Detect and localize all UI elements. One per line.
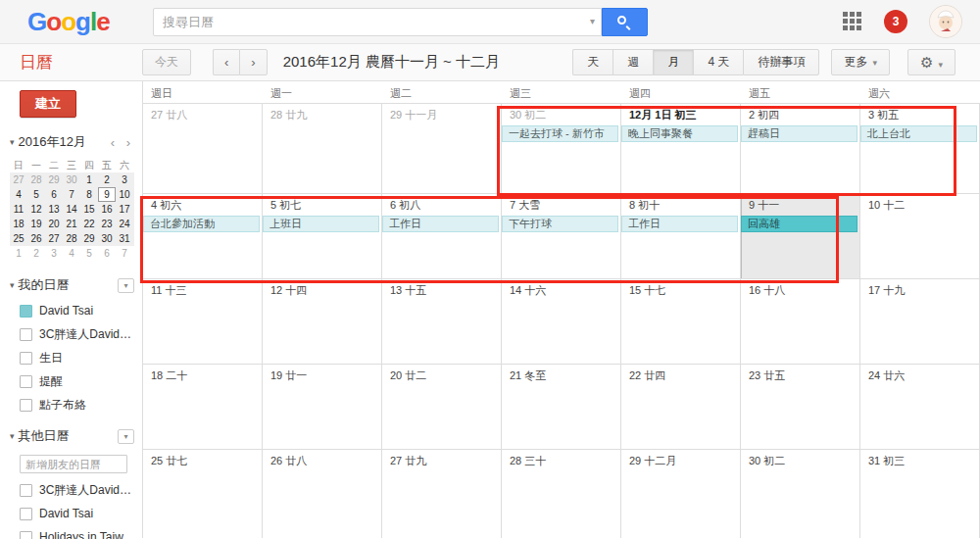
calendar-checkbox[interactable] xyxy=(20,508,32,520)
calendar-day-cell[interactable]: 30 初二一起去打球 - 新竹市 xyxy=(502,104,621,193)
apps-grid-icon[interactable] xyxy=(843,12,862,31)
calendar-day-cell[interactable]: 27 廿八 xyxy=(143,104,263,193)
search-button[interactable] xyxy=(602,8,648,36)
calendar-list-item[interactable]: Holidays in Taiwan xyxy=(20,530,136,539)
mini-day[interactable]: 27 xyxy=(45,231,63,246)
calendar-day-cell[interactable]: 29 十二月 xyxy=(621,450,741,538)
calendar-list-item[interactable]: David Tsai xyxy=(20,304,136,318)
calendar-checkbox[interactable] xyxy=(20,375,32,388)
mini-day[interactable]: 28 xyxy=(27,172,45,187)
mini-day[interactable]: 7 xyxy=(116,246,133,261)
event-chip[interactable]: 趕稿日 xyxy=(741,125,858,142)
search-input[interactable] xyxy=(153,8,602,36)
calendar-day-cell[interactable]: 12 十四 xyxy=(263,279,382,364)
mini-day[interactable]: 10 xyxy=(116,187,133,202)
calendar-day-cell[interactable]: 20 廿二 xyxy=(382,365,502,449)
calendar-checkbox[interactable] xyxy=(20,305,32,318)
mini-day-today[interactable]: 9 xyxy=(98,187,116,202)
today-button[interactable]: 今天 xyxy=(142,49,191,75)
calendar-checkbox[interactable] xyxy=(20,531,32,539)
mini-day[interactable]: 16 xyxy=(98,202,116,217)
mini-next-button[interactable]: › xyxy=(122,135,134,150)
event-chip[interactable]: 工作日 xyxy=(621,216,738,232)
event-chip[interactable]: 北上台北 xyxy=(860,125,977,142)
calendar-day-cell[interactable]: 22 廿四 xyxy=(621,365,741,449)
notifications-badge[interactable]: 3 xyxy=(884,10,907,33)
calendar-day-cell[interactable]: 24 廿六 xyxy=(860,365,980,449)
calendar-day-cell[interactable]: 8 初十工作日 xyxy=(621,194,741,278)
mini-day[interactable]: 4 xyxy=(63,246,80,261)
calendar-day-cell[interactable]: 2 初四趕稿日 xyxy=(741,104,860,193)
calendar-list-item[interactable]: 3C胖達人David~雄... xyxy=(20,327,136,341)
calendar-day-cell[interactable]: 18 二十 xyxy=(143,365,263,449)
view-tab-3[interactable]: 4 天 xyxy=(693,49,743,75)
event-chip[interactable]: 下午打球 xyxy=(502,216,618,232)
collapse-arrow-icon[interactable]: ▾ xyxy=(10,431,15,441)
mini-day[interactable]: 2 xyxy=(98,172,116,187)
calendar-day-cell[interactable]: 5 初七上班日 xyxy=(263,194,382,278)
add-friend-calendar-input[interactable] xyxy=(20,455,127,473)
more-button[interactable]: 更多▾ xyxy=(831,49,890,75)
mini-day[interactable]: 4 xyxy=(10,187,27,202)
calendar-day-cell[interactable]: 17 十九 xyxy=(860,279,980,364)
mini-day[interactable]: 11 xyxy=(10,202,27,217)
mini-day[interactable]: 18 xyxy=(10,217,27,231)
calendar-day-cell[interactable]: 6 初八工作日 xyxy=(382,194,502,278)
event-chip[interactable]: 台北參加活動 xyxy=(143,216,260,232)
mini-day[interactable]: 30 xyxy=(63,172,80,187)
calendar-day-cell[interactable]: 31 初三 xyxy=(860,450,980,538)
mini-day[interactable]: 15 xyxy=(80,202,98,217)
calendar-day-cell[interactable]: 28 廿九 xyxy=(263,104,382,193)
mini-day[interactable]: 12 xyxy=(27,202,45,217)
event-chip[interactable]: 晚上同事聚餐 xyxy=(621,125,738,142)
mini-day[interactable]: 20 xyxy=(45,217,63,231)
mini-day[interactable]: 7 xyxy=(63,187,80,202)
calendar-list-item[interactable]: 點子布絡 xyxy=(20,398,136,412)
view-tab-0[interactable]: 天 xyxy=(572,49,612,75)
view-tab-1[interactable]: 週 xyxy=(612,49,653,75)
mini-day[interactable]: 19 xyxy=(27,217,45,231)
event-chip[interactable]: 工作日 xyxy=(382,216,499,232)
event-chip[interactable]: 回高雄 xyxy=(741,216,858,232)
mini-day[interactable]: 1 xyxy=(80,172,98,187)
mini-day[interactable]: 3 xyxy=(116,172,133,187)
next-button[interactable]: › xyxy=(239,49,267,75)
mini-day[interactable]: 3 xyxy=(45,246,63,261)
calendar-checkbox[interactable] xyxy=(20,328,32,341)
mini-day[interactable]: 14 xyxy=(63,202,80,217)
calendar-day-cell[interactable]: 12月 1日 初三晚上同事聚餐 xyxy=(621,104,741,193)
calendar-day-cell[interactable]: 4 初六台北參加活動 xyxy=(143,194,263,278)
mini-day[interactable]: 1 xyxy=(10,246,27,261)
collapse-arrow-icon[interactable]: ▾ xyxy=(10,137,15,147)
mini-day[interactable]: 28 xyxy=(63,231,80,246)
user-avatar[interactable] xyxy=(929,5,962,38)
mini-day[interactable]: 31 xyxy=(116,231,133,246)
google-logo[interactable]: Google xyxy=(27,7,143,37)
calendar-checkbox[interactable] xyxy=(20,399,32,412)
calendar-list-item[interactable]: 3C胖達人David的日曆 xyxy=(20,483,136,497)
mini-day[interactable]: 26 xyxy=(27,231,45,246)
calendar-day-cell[interactable]: 15 十七 xyxy=(621,279,741,364)
calendar-day-cell[interactable]: 16 十八 xyxy=(741,279,860,364)
mini-day[interactable]: 27 xyxy=(10,172,27,187)
calendar-day-cell[interactable]: 28 三十 xyxy=(502,450,621,538)
mini-day[interactable]: 24 xyxy=(116,217,133,231)
view-tab-4[interactable]: 待辦事項 xyxy=(743,49,819,75)
calendar-day-cell[interactable]: 3 初五北上台北 xyxy=(860,104,980,193)
calendar-list-item[interactable]: 生日 xyxy=(20,351,136,365)
mini-day[interactable]: 5 xyxy=(80,246,98,261)
calendar-day-cell[interactable]: 11 十三 xyxy=(143,279,263,364)
create-button[interactable]: 建立 xyxy=(20,90,76,118)
mini-day[interactable]: 6 xyxy=(98,246,116,261)
calendar-list-item[interactable]: 提醒 xyxy=(20,374,136,388)
calendar-day-cell[interactable]: 13 十五 xyxy=(382,279,502,364)
mini-day[interactable]: 17 xyxy=(116,202,133,217)
mini-day[interactable]: 25 xyxy=(10,231,27,246)
event-chip[interactable]: 一起去打球 - 新竹市 xyxy=(502,125,618,142)
mini-day[interactable]: 29 xyxy=(45,172,63,187)
mini-day[interactable]: 21 xyxy=(63,217,80,231)
mini-day[interactable]: 13 xyxy=(45,202,63,217)
calendar-day-cell[interactable]: 7 大雪下午打球 xyxy=(502,194,621,278)
mini-prev-button[interactable]: ‹ xyxy=(107,135,119,150)
calendar-day-cell[interactable]: 30 初二 xyxy=(741,450,860,538)
